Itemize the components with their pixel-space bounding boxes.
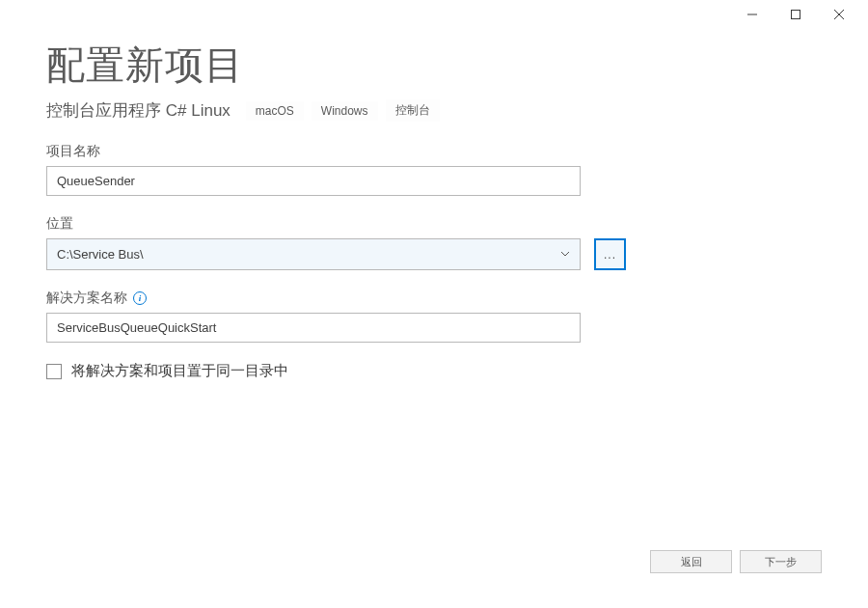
solution-name-group: 解决方案名称 i (46, 290, 822, 343)
solution-name-input[interactable] (46, 313, 581, 343)
browse-button[interactable]: ... (594, 238, 626, 270)
content-area: 配置新项目 控制台应用程序 C# Linux macOS Windows 控制台… (0, 29, 868, 380)
location-group: 位置 C:\Service Bus\ ... (46, 215, 822, 270)
back-button[interactable]: 返回 (650, 550, 732, 573)
svg-rect-1 (791, 11, 800, 19)
window-titlebar (0, 0, 868, 29)
platform-tag-console: 控制台 (386, 99, 440, 122)
maximize-button[interactable] (773, 1, 817, 28)
solution-name-label: 解决方案名称 i (46, 290, 822, 307)
same-directory-checkbox[interactable] (46, 364, 62, 379)
close-button[interactable] (817, 1, 860, 28)
project-type-label: 控制台应用程序 C# Linux (46, 99, 231, 122)
project-name-group: 项目名称 (46, 143, 822, 196)
location-label: 位置 (46, 215, 822, 233)
project-name-input[interactable] (46, 166, 581, 196)
project-name-label: 项目名称 (46, 143, 822, 160)
same-directory-row[interactable]: 将解决方案和项目置于同一目录中 (46, 362, 822, 380)
footer-buttons: 返回 下一步 (650, 550, 822, 573)
chevron-down-icon (556, 252, 574, 257)
location-combobox[interactable]: C:\Service Bus\ (46, 238, 581, 270)
platform-tag-macos: macOS (246, 101, 304, 121)
subtitle-row: 控制台应用程序 C# Linux macOS Windows 控制台 (46, 99, 822, 122)
next-button[interactable]: 下一步 (740, 550, 822, 573)
location-value: C:\Service Bus\ (57, 247, 556, 262)
info-icon[interactable]: i (133, 291, 147, 305)
page-title: 配置新项目 (46, 39, 822, 92)
same-directory-label: 将解决方案和项目置于同一目录中 (71, 362, 288, 380)
platform-tag-windows: Windows (312, 101, 378, 121)
minimize-button[interactable] (730, 1, 773, 28)
